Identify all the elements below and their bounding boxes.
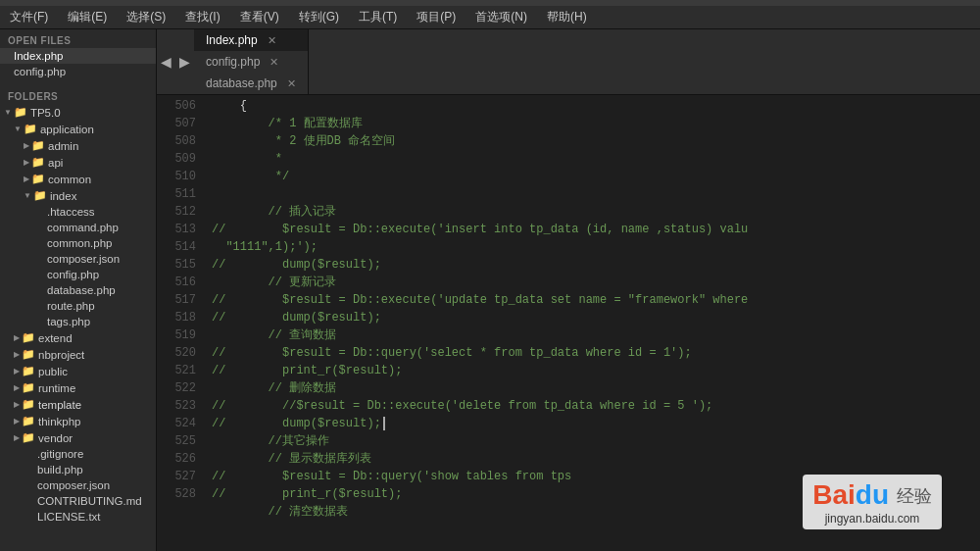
- tab-indexphp[interactable]: Index.php✕: [194, 29, 309, 51]
- code-line: // 查询数据: [212, 326, 980, 344]
- code-line: // 清空数据表: [212, 503, 980, 521]
- line-number: 515: [157, 256, 196, 274]
- tab-close-2[interactable]: ✕: [287, 77, 296, 90]
- sidebar-file-buildphp[interactable]: build.php: [0, 462, 156, 477]
- line-number: 525: [157, 432, 196, 450]
- menu-item[interactable]: 查看(V): [230, 6, 289, 28]
- line-number: 509: [157, 150, 196, 168]
- line-number: 506: [157, 97, 196, 115]
- menu-item[interactable]: 帮助(H): [537, 6, 597, 28]
- sidebar-file-contributingmd[interactable]: CONTRIBUTING.md: [0, 493, 156, 509]
- sidebar-file-commandphp[interactable]: command.php: [0, 220, 156, 235]
- menu-item[interactable]: 项目(P): [407, 6, 466, 28]
- code-line: // $result = Db::query('select * from tp…: [212, 344, 980, 362]
- line-number: 507: [157, 115, 196, 132]
- sidebar-folder-template[interactable]: ▶📁template: [0, 396, 156, 413]
- sidebar-file-tagsphp[interactable]: tags.php: [0, 314, 156, 329]
- line-number: 508: [157, 132, 196, 150]
- sidebar-folder-admin[interactable]: ▶📁admin: [0, 137, 156, 154]
- line-numbers: 5065075085095105115125135145155165175185…: [157, 95, 204, 551]
- sidebar-folder-common[interactable]: ▶📁common: [0, 171, 156, 187]
- sidebar-file-commonphp[interactable]: common.php: [0, 235, 156, 251]
- line-number: 519: [157, 326, 196, 344]
- line-number: 528: [157, 485, 196, 503]
- open-files-label: OPEN FILES: [0, 29, 156, 48]
- line-number: 527: [157, 468, 196, 485]
- sidebar-folder-api[interactable]: ▶📁api: [0, 154, 156, 171]
- sidebar-file-configphp[interactable]: config.php: [0, 267, 156, 282]
- menu-item[interactable]: 首选项(N): [466, 6, 537, 28]
- sidebar-folder-tp50[interactable]: ▼📁TP5.0: [0, 104, 156, 121]
- menu-item[interactable]: 查找(I): [175, 6, 229, 28]
- code-line: // print_r($result);: [212, 485, 980, 503]
- code-container: 5065075085095105115125135145155165175185…: [157, 95, 980, 551]
- line-number: 517: [157, 291, 196, 309]
- line-number: 516: [157, 274, 196, 291]
- line-number: 514: [157, 238, 196, 256]
- sidebar-file-index[interactable]: Index.php: [0, 48, 156, 64]
- sidebar-file-composerjson[interactable]: composer.json: [0, 251, 156, 267]
- line-number: 510: [157, 168, 196, 185]
- code-line: // $result = Db::execute('insert into tp…: [212, 221, 980, 238]
- menu-item[interactable]: 编辑(E): [58, 6, 117, 28]
- tab-prev-button[interactable]: ◀: [157, 29, 175, 94]
- tab-next-button[interactable]: ▶: [175, 29, 194, 94]
- code-line: // $result = Db::query('show tables from…: [212, 468, 980, 485]
- editor-area: ◀ ▶ Index.php✕config.php✕database.php✕ 5…: [157, 29, 980, 551]
- line-number: 513: [157, 221, 196, 238]
- code-line: "1111",1);');: [212, 238, 980, 256]
- menu-item[interactable]: 工具(T): [349, 6, 407, 28]
- line-number: 511: [157, 185, 196, 203]
- tabs-container: Index.php✕config.php✕database.php✕: [194, 29, 309, 94]
- code-line: // print_r($result);: [212, 362, 980, 379]
- text-cursor: [383, 417, 385, 430]
- menu-bar: 文件(F)编辑(E)选择(S)查找(I)查看(V)转到(G)工具(T)项目(P)…: [0, 6, 980, 29]
- tab-configphp[interactable]: config.php✕: [194, 51, 309, 73]
- sidebar-folder-application[interactable]: ▼📁application: [0, 121, 156, 137]
- code-line: [212, 185, 980, 203]
- code-line: // dump($result);: [212, 415, 980, 432]
- line-number: 512: [157, 203, 196, 221]
- sidebar-file-config[interactable]: config.php: [0, 64, 156, 79]
- tab-databasephp[interactable]: database.php✕: [194, 73, 309, 94]
- sidebar-file-htaccess[interactable]: .htaccess: [0, 204, 156, 220]
- menu-item[interactable]: 文件(F): [0, 6, 58, 28]
- sidebar: OPEN FILES Index.php config.php FOLDERS …: [0, 29, 157, 551]
- code-line: * 2 使用DB 命名空间: [212, 132, 980, 150]
- sidebar-folder-runtime[interactable]: ▶📁runtime: [0, 379, 156, 396]
- sidebar-folder-public[interactable]: ▶📁public: [0, 363, 156, 379]
- code-line: // 插入记录: [212, 203, 980, 221]
- folders-label: FOLDERS: [0, 85, 156, 104]
- main-layout: OPEN FILES Index.php config.php FOLDERS …: [0, 29, 980, 551]
- code-line: // 显示数据库列表: [212, 450, 980, 468]
- sidebar-folder-index[interactable]: ▼📁index: [0, 187, 156, 204]
- line-number: 522: [157, 379, 196, 397]
- code-line: /* 1 配置数据库: [212, 115, 980, 132]
- code-line: {: [212, 97, 980, 115]
- sidebar-file-routephp[interactable]: route.php: [0, 298, 156, 314]
- line-number: 524: [157, 415, 196, 432]
- tab-close-0[interactable]: ✕: [268, 34, 276, 47]
- sidebar-folder-vendor[interactable]: ▶📁vendor: [0, 429, 156, 446]
- code-line: *: [212, 150, 980, 168]
- sidebar-folder-extend[interactable]: ▶📁extend: [0, 329, 156, 346]
- code-line: // dump($result);: [212, 256, 980, 274]
- code-editor[interactable]: { /* 1 配置数据库 * 2 使用DB 命名空间 * */ // 插入记录/…: [204, 95, 980, 551]
- sidebar-folder-thinkphp[interactable]: ▶📁thinkphp: [0, 413, 156, 429]
- line-number: 523: [157, 397, 196, 415]
- code-line: // //$result = Db::execute('delete from …: [212, 397, 980, 415]
- menu-item[interactable]: 选择(S): [117, 6, 175, 28]
- menu-item[interactable]: 转到(G): [289, 6, 349, 28]
- sidebar-folder-nbproject[interactable]: ▶📁nbproject: [0, 346, 156, 363]
- sidebar-tree: ▼📁TP5.0▼📁application▶📁admin▶📁api▶📁common…: [0, 104, 156, 525]
- sidebar-file-databasephp[interactable]: database.php: [0, 282, 156, 298]
- sidebar-file-gitignore[interactable]: .gitignore: [0, 446, 156, 462]
- tabs-bar: ◀ ▶ Index.php✕config.php✕database.php✕: [157, 29, 980, 95]
- line-number: 526: [157, 450, 196, 468]
- line-number: 520: [157, 344, 196, 362]
- code-line: // $result = Db::execute('update tp_data…: [212, 291, 980, 309]
- tab-close-1[interactable]: ✕: [270, 56, 278, 69]
- code-line: // 删除数据: [212, 379, 980, 397]
- sidebar-file-composerjson[interactable]: composer.json: [0, 477, 156, 493]
- sidebar-file-licensetxt[interactable]: LICENSE.txt: [0, 509, 156, 525]
